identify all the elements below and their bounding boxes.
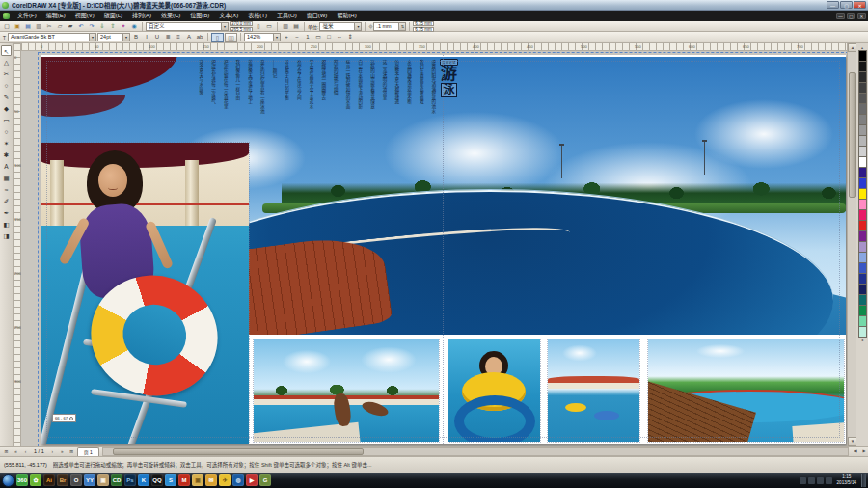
zoom-all-objects-icon[interactable]: □ bbox=[324, 33, 334, 41]
zoom-page-width-icon[interactable]: ⇔ bbox=[335, 33, 344, 41]
italic-icon[interactable]: I bbox=[142, 33, 151, 41]
import-icon[interactable]: ⇩ bbox=[97, 22, 107, 31]
interactive-fill-tool[interactable]: ◨ bbox=[1, 230, 12, 241]
menu-item[interactable]: 窗口(W) bbox=[302, 11, 333, 21]
current-page-button[interactable]: ▤ bbox=[291, 22, 301, 31]
taskbar-app-icon[interactable]: M bbox=[178, 474, 190, 486]
drawing-canvas[interactable]: 盛夏的阳光洒满碧蓝的池水我们在清波里追逐嬉戏水花四溅笑语欢声不断仿佛整个夏天都被… bbox=[21, 51, 847, 446]
menu-item[interactable]: 文本(X) bbox=[214, 11, 243, 21]
print-icon[interactable]: ▥ bbox=[34, 22, 43, 31]
taskbar-clock[interactable]: 1:15 2013/5/14 bbox=[834, 474, 859, 485]
taskbar-app-icon[interactable]: 360 bbox=[16, 474, 28, 486]
doc-restore-button[interactable]: ▢ bbox=[847, 13, 855, 19]
taskbar-app-icon[interactable]: G bbox=[259, 474, 271, 486]
horizontal-scrollbar[interactable] bbox=[102, 447, 849, 456]
show-desktop-button[interactable] bbox=[861, 474, 866, 487]
fill-tool[interactable]: ◧ bbox=[1, 219, 12, 230]
polygon-tool[interactable]: ✶ bbox=[1, 138, 12, 149]
next-page-button[interactable]: › bbox=[48, 447, 57, 455]
zoom-tool[interactable]: ○ bbox=[1, 80, 12, 91]
copy-icon[interactable]: ▱ bbox=[55, 22, 65, 31]
menu-item[interactable]: 视图(V) bbox=[70, 11, 99, 21]
freehand-tool[interactable]: ✎ bbox=[1, 92, 12, 102]
rectangle-tool[interactable]: ▭ bbox=[1, 115, 12, 125]
taskbar-app-icon[interactable]: K bbox=[138, 474, 149, 486]
kids-playing-photo[interactable] bbox=[254, 339, 439, 442]
eyedropper-tool[interactable]: ✐ bbox=[1, 196, 12, 206]
menu-item[interactable]: 帮助(H) bbox=[332, 11, 361, 21]
table-tool[interactable]: ▦ bbox=[1, 173, 12, 183]
menu-item[interactable]: 表格(T) bbox=[243, 11, 272, 21]
taskbar-app-icon[interactable]: S bbox=[165, 474, 176, 486]
corel-online-icon[interactable]: ◉ bbox=[129, 22, 139, 31]
scroll-right-icon[interactable]: ▶ bbox=[860, 447, 868, 455]
page-tab[interactable]: 页 1 bbox=[77, 447, 99, 456]
taskbar-app-icon[interactable]: ✿ bbox=[30, 474, 41, 486]
taskbar-app-icon[interactable]: ✈ bbox=[219, 474, 231, 486]
view-facing-pages-button[interactable]: ▯▯ bbox=[225, 33, 237, 42]
menu-item[interactable]: 位图(B) bbox=[185, 11, 214, 21]
taskbar-app-icon[interactable]: QQ bbox=[151, 474, 163, 486]
vertical-ruler[interactable]: 050100150200250300 bbox=[14, 43, 21, 446]
export-icon[interactable]: ⇧ bbox=[108, 22, 118, 31]
zoom-one-shot-icon[interactable]: 1 bbox=[303, 33, 312, 41]
zoom-selected-icon[interactable]: ▭ bbox=[313, 33, 323, 41]
vertical-scrollbar[interactable]: ▲ ▼ bbox=[847, 43, 856, 446]
paper-size-fields[interactable]: 370.0 mm 265.5 mm bbox=[230, 21, 253, 32]
undo-icon[interactable]: ↶ bbox=[76, 22, 86, 31]
wooden-bridge-pool-photo[interactable] bbox=[648, 339, 844, 442]
ellipse-tool[interactable]: ○ bbox=[1, 126, 12, 137]
app-launcher-icon[interactable]: ✦ bbox=[119, 22, 128, 31]
zoom-in-icon[interactable]: + bbox=[282, 33, 291, 41]
redo-icon[interactable]: ↷ bbox=[87, 22, 96, 31]
girl-swim-ring-photo[interactable] bbox=[41, 143, 249, 444]
units-combo[interactable]: 毫米▾ bbox=[319, 22, 362, 31]
new-icon[interactable]: ▢ bbox=[2, 22, 12, 31]
maximize-button[interactable]: ▢ bbox=[840, 1, 853, 9]
palette-flyout-icon[interactable]: ◂ bbox=[858, 338, 866, 343]
paste-icon[interactable]: ▰ bbox=[66, 22, 75, 31]
taskbar-app-icon[interactable]: Ps bbox=[124, 474, 136, 486]
tray-hidden-icons[interactable] bbox=[800, 477, 806, 484]
menu-item[interactable]: 版面(L) bbox=[99, 11, 127, 21]
tray-action-center-icon[interactable] bbox=[826, 477, 832, 484]
taskbar-app-icon[interactable]: YY bbox=[84, 474, 95, 486]
blend-tool[interactable]: ≈ bbox=[1, 184, 12, 195]
portrait-button[interactable]: ▯ bbox=[254, 22, 263, 31]
pick-tool[interactable]: ↖ bbox=[1, 45, 12, 56]
start-button[interactable] bbox=[2, 474, 14, 487]
zoom-page-height-icon[interactable]: ⇕ bbox=[345, 33, 355, 41]
taskbar-app-icon[interactable]: ▣ bbox=[192, 474, 203, 486]
text-alignment-icon[interactable]: ≣ bbox=[163, 33, 173, 41]
taskbar-app-icon[interactable]: ▶ bbox=[246, 474, 258, 486]
nudge-field[interactable]: .1 mm⇅ bbox=[373, 22, 406, 31]
menu-item[interactable]: 编辑(E) bbox=[41, 11, 70, 21]
zoom-level-combo[interactable]: 142%▾ bbox=[244, 33, 281, 41]
taskbar-app-icon[interactable]: CD bbox=[111, 474, 122, 486]
crop-tool[interactable]: ✂ bbox=[1, 68, 12, 79]
basic-shapes-tool[interactable]: ✱ bbox=[1, 149, 12, 160]
shape-tool[interactable]: △ bbox=[1, 57, 12, 68]
minimize-button[interactable]: — bbox=[827, 1, 839, 9]
last-page-button[interactable]: » bbox=[58, 447, 67, 455]
scroll-left-icon[interactable]: ◀ bbox=[852, 447, 859, 455]
bullet-list-icon[interactable]: ≡ bbox=[174, 33, 183, 41]
drop-cap-icon[interactable]: A bbox=[184, 33, 194, 41]
text-tool[interactable]: A bbox=[1, 161, 12, 172]
doc-close-button[interactable]: ✕ bbox=[857, 13, 866, 19]
edit-text-icon[interactable]: ab bbox=[195, 33, 204, 41]
font-combo[interactable]: AvantGarde Bk BT▾ bbox=[8, 33, 96, 41]
zoom-out-icon[interactable]: − bbox=[292, 33, 302, 41]
duplicate-distance-fields[interactable]: 6.35 mm 6.35 mm bbox=[413, 21, 434, 32]
tray-network-icon[interactable] bbox=[808, 477, 815, 484]
horizontal-scroll-thumb[interactable] bbox=[113, 448, 364, 455]
album-spread-page[interactable]: 盛夏的阳光洒满碧蓝的池水我们在清波里追逐嬉戏水花四溅笑语欢声不断仿佛整个夏天都被… bbox=[41, 55, 846, 444]
menu-item[interactable]: 效果(C) bbox=[156, 11, 185, 21]
taskbar-app-icon[interactable]: O bbox=[70, 474, 82, 486]
bold-icon[interactable]: B bbox=[131, 33, 141, 41]
view-single-page-button[interactable]: ▯ bbox=[211, 33, 224, 42]
smart-fill-tool[interactable]: ◆ bbox=[1, 103, 12, 114]
cut-icon[interactable]: ✂ bbox=[44, 22, 54, 31]
open-icon[interactable]: ▣ bbox=[13, 22, 22, 31]
underline-icon[interactable]: U bbox=[152, 33, 162, 41]
